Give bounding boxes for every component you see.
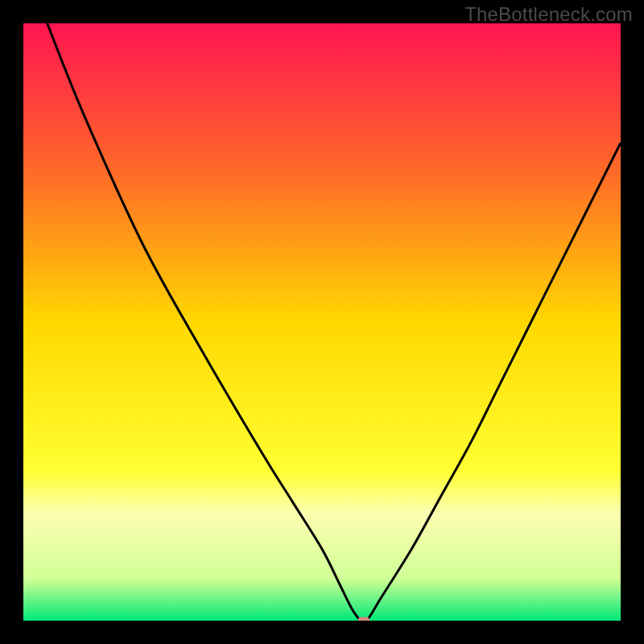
watermark-text: TheBottleneck.com (464, 3, 633, 26)
optimal-point-marker (357, 617, 369, 621)
chart-plot-area (23, 23, 621, 621)
bottleneck-chart (23, 23, 621, 621)
